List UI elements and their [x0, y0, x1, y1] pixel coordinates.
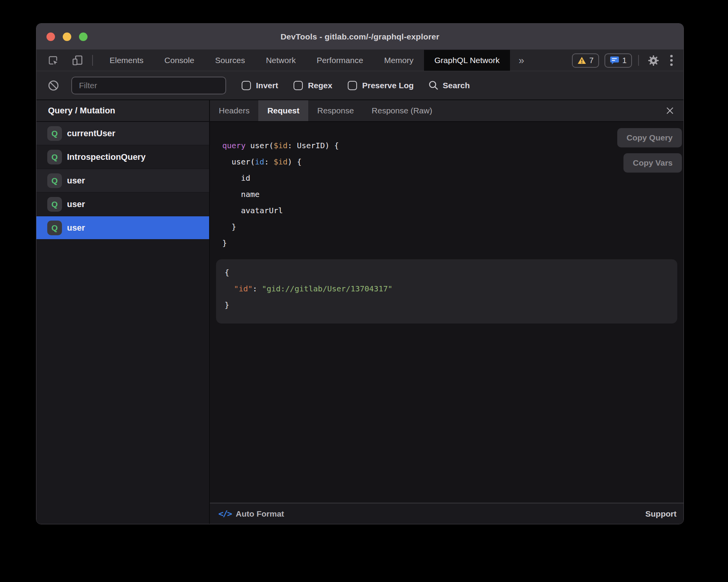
preserve-log-label: Preserve Log: [362, 81, 414, 90]
tab-request[interactable]: Request: [258, 100, 308, 121]
query-name: currentUser: [67, 128, 115, 139]
query-type-badge: Q: [47, 173, 62, 188]
code-brackets-icon: </>: [218, 509, 232, 519]
badge-separator: [638, 55, 639, 66]
issues-icon: [610, 56, 619, 65]
sidebar-header: Query / Mutation: [36, 100, 209, 122]
regex-label: Regex: [308, 81, 332, 90]
tab-performance[interactable]: Performance: [306, 50, 374, 71]
query-type-badge: Q: [47, 221, 62, 235]
zoom-window-button[interactable]: [79, 33, 88, 41]
query-type-badge: Q: [47, 126, 62, 141]
request-detail-pane: Headers Request Response Response (Raw) …: [210, 100, 683, 524]
query-name: IntrospectionQuery: [67, 152, 146, 162]
minimize-window-button[interactable]: [63, 33, 71, 41]
invert-label: Invert: [256, 81, 278, 90]
request-tab-content: query user($id: UserID) { user(id: $id) …: [210, 122, 683, 503]
close-detail-button[interactable]: [663, 100, 676, 121]
warnings-badge[interactable]: 7: [572, 53, 599, 68]
query-name: user: [67, 176, 85, 186]
tab-sources[interactable]: Sources: [205, 50, 256, 71]
device-toolbar-icon[interactable]: [69, 54, 86, 67]
issues-count: 1: [622, 56, 627, 65]
issues-badge[interactable]: 1: [604, 53, 632, 68]
filter-input[interactable]: [71, 77, 226, 94]
detail-tabs: Headers Request Response Response (Raw): [210, 100, 683, 122]
more-tabs-chevron-icon[interactable]: »: [510, 50, 532, 71]
graphql-query-code: query user($id: UserID) { user(id: $id) …: [222, 137, 339, 251]
list-item-user-2[interactable]: Q user: [36, 193, 209, 216]
tab-memory[interactable]: Memory: [374, 50, 424, 71]
support-link[interactable]: Support: [646, 509, 676, 519]
search-label: Search: [443, 81, 470, 90]
query-name: user: [67, 199, 85, 209]
close-window-button[interactable]: [46, 33, 55, 41]
tab-headers[interactable]: Headers: [210, 100, 258, 121]
auto-format-toggle[interactable]: </> Auto Format: [218, 509, 284, 519]
tab-response-raw[interactable]: Response (Raw): [363, 100, 441, 121]
copy-vars-button[interactable]: Copy Vars: [623, 153, 682, 173]
query-variables-box: { "id": "gid://gitlab/User/13704317"}: [216, 259, 677, 324]
traffic-lights: [46, 24, 88, 50]
query-type-badge: Q: [47, 197, 62, 212]
devtools-tabbar: Elements Console Sources Network Perform…: [36, 50, 683, 71]
list-item-currentUser[interactable]: Q currentUser: [36, 122, 209, 145]
query-variables-code: { "id": "gid://gitlab/User/13704317"}: [225, 264, 677, 313]
close-icon: [666, 106, 674, 115]
invert-checkbox[interactable]: [242, 81, 251, 90]
kebab-menu-icon[interactable]: [667, 54, 676, 67]
preserve-log-checkbox-group[interactable]: Preserve Log: [348, 81, 414, 90]
preserve-log-checkbox[interactable]: [348, 81, 357, 90]
query-list: Q currentUser Q IntrospectionQuery Q use…: [36, 122, 209, 240]
warnings-count: 7: [589, 56, 594, 65]
titlebar: DevTools - gitlab.com/-/graphql-explorer: [36, 24, 683, 50]
inspect-element-icon[interactable]: [45, 55, 61, 66]
copy-query-button[interactable]: Copy Query: [617, 128, 682, 147]
tab-response[interactable]: Response: [308, 100, 363, 121]
window-title: DevTools - gitlab.com/-/graphql-explorer: [280, 32, 439, 41]
warning-icon: [577, 56, 586, 65]
statusbar: </> Auto Format Support: [210, 503, 683, 524]
list-item-introspectionquery[interactable]: Q IntrospectionQuery: [36, 146, 209, 168]
auto-format-label: Auto Format: [236, 509, 284, 519]
query-type-badge: Q: [47, 150, 62, 164]
tab-elements[interactable]: Elements: [99, 50, 154, 71]
regex-checkbox[interactable]: [294, 81, 303, 90]
tab-console[interactable]: Console: [154, 50, 205, 71]
toolbar-separator: [92, 55, 93, 66]
settings-gear-icon[interactable]: [645, 55, 662, 67]
invert-checkbox-group[interactable]: Invert: [242, 81, 278, 90]
search-toggle[interactable]: Search: [428, 80, 470, 91]
filter-toolbar: Invert Regex Preserve Log Search: [36, 71, 683, 100]
query-name: user: [67, 223, 85, 233]
list-item-user-1[interactable]: Q user: [36, 169, 209, 192]
query-list-sidebar: Query / Mutation Q currentUser Q Introsp…: [36, 100, 209, 524]
tab-network[interactable]: Network: [256, 50, 306, 71]
list-item-user-3-selected[interactable]: Q user: [36, 216, 209, 239]
clear-block-icon[interactable]: [46, 80, 61, 91]
regex-checkbox-group[interactable]: Regex: [294, 81, 332, 90]
search-icon: [428, 80, 439, 91]
devtools-window: DevTools - gitlab.com/-/graphql-explorer…: [36, 23, 684, 524]
panel-tabs: Elements Console Sources Network Perform…: [99, 50, 510, 71]
tab-graphql-network[interactable]: GraphQL Network: [424, 50, 510, 71]
